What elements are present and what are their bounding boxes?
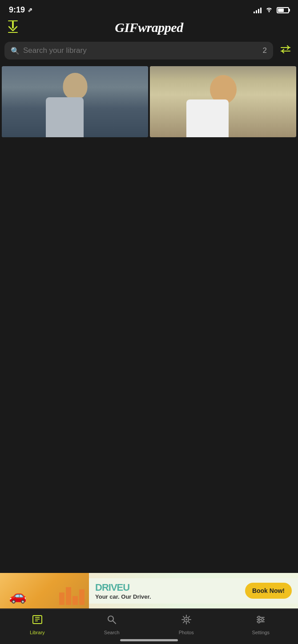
tab-photos[interactable]: Photos (149, 614, 224, 635)
signal-icon (254, 7, 262, 13)
search-container: 🔍 2 (0, 41, 298, 66)
ad-tagline-2: Our Driver. (121, 593, 151, 600)
search-count: 2 (263, 46, 267, 55)
tab-library[interactable]: Library (0, 614, 75, 635)
ad-banner[interactable]: 🚗 DRIVEU Your car. Our Driver. Book Now! (0, 573, 298, 608)
gif-item[interactable] (150, 66, 296, 137)
ad-buildings (59, 587, 85, 605)
search-input-wrap: 🔍 2 (4, 42, 273, 60)
svg-rect-0 (8, 20, 18, 21)
svg-rect-5 (33, 616, 42, 624)
ad-image-left: 🚗 (0, 573, 89, 608)
ad-content-right: DRIVEU Your car. Our Driver. Book Now! (89, 578, 298, 604)
ad-tagline-1: Your car. (95, 593, 120, 600)
tab-search-label: Search (104, 630, 120, 635)
gif-grid (0, 66, 298, 137)
status-bar: 9:19 ⇗ (0, 0, 298, 17)
svg-rect-1 (12, 21, 14, 28)
gif-item[interactable] (2, 66, 148, 137)
settings-icon (255, 614, 266, 628)
svg-line-20 (183, 622, 184, 623)
status-icons (254, 6, 289, 14)
location-icon: ⇗ (28, 7, 32, 13)
sort-button[interactable] (278, 41, 294, 60)
tab-search[interactable]: Search (75, 614, 149, 635)
header-row: GIFwrapped (0, 17, 298, 41)
search-tab-icon (106, 614, 117, 628)
svg-point-25 (262, 619, 264, 621)
ad-text: DRIVEU Your car. Our Driver. (95, 582, 241, 600)
svg-line-18 (189, 622, 189, 623)
time-display: 9:19 (9, 5, 25, 15)
content-area (0, 137, 298, 404)
svg-rect-2 (8, 32, 18, 33)
battery-icon (277, 7, 289, 13)
status-time: 9:19 ⇗ (9, 5, 32, 15)
ad-logo-accent: U (123, 582, 129, 593)
tab-photos-label: Photos (179, 630, 194, 635)
app-title: GIFwrapped (115, 20, 183, 35)
svg-line-17 (183, 616, 184, 617)
photos-icon (181, 614, 192, 628)
download-button[interactable] (7, 20, 19, 35)
search-icon: 🔍 (11, 47, 20, 55)
ad-logo-prefix: DRIVE (95, 582, 123, 593)
svg-line-10 (113, 621, 116, 624)
svg-point-26 (258, 621, 260, 623)
tab-settings[interactable]: Settings (224, 614, 298, 635)
ad-book-button[interactable]: Book Now! (245, 583, 292, 599)
svg-line-19 (189, 616, 189, 617)
wifi-icon (265, 6, 273, 14)
svg-point-24 (258, 616, 260, 619)
ad-tagline: Your car. Our Driver. (95, 593, 241, 600)
home-indicator (120, 639, 178, 641)
ad-car-icon: 🚗 (9, 587, 27, 604)
ad-logo: DRIVEU (95, 582, 241, 593)
svg-point-12 (185, 619, 187, 620)
tab-library-label: Library (30, 630, 45, 635)
library-icon (32, 614, 43, 628)
tab-settings-label: Settings (252, 630, 270, 635)
search-input[interactable] (23, 46, 259, 55)
